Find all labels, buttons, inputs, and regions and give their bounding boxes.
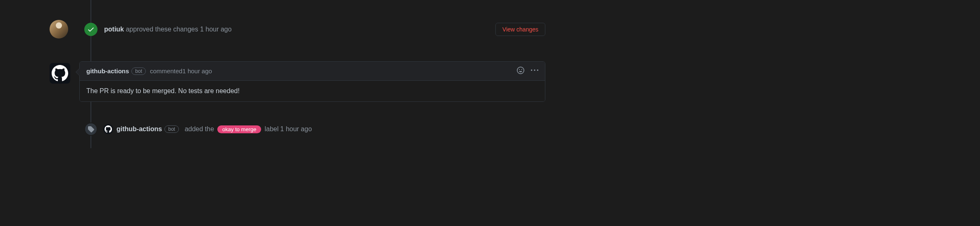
comment-body: The PR is ready to be merged. No tests a…	[80, 81, 545, 101]
label-pill[interactable]: okay to merge	[217, 125, 261, 133]
comment-arrow	[76, 68, 80, 76]
author-link[interactable]: github-actions	[86, 67, 129, 75]
comment-header: github-actions bot commented 1 hour ago	[80, 62, 545, 81]
bot-badge: bot	[164, 125, 179, 133]
approval-text: potiuk approved these changes 1 hour ago	[104, 26, 495, 33]
timestamp[interactable]: 1 hour ago	[280, 125, 312, 133]
user-avatar[interactable]	[50, 20, 68, 38]
review-approval-item: potiuk approved these changes 1 hour ago…	[50, 12, 545, 38]
check-icon	[84, 23, 98, 36]
timestamp[interactable]: 1 hour ago	[182, 67, 212, 75]
label-event-item: github-actions bot added the okay to mer…	[50, 123, 545, 136]
emoji-reaction-button[interactable]	[517, 67, 524, 75]
author-link[interactable]: potiuk	[104, 26, 124, 33]
tag-icon	[84, 123, 98, 136]
kebab-menu-button[interactable]	[531, 67, 538, 75]
comment-item: github-actions bot commented 1 hour ago …	[50, 61, 545, 102]
comment-box: github-actions bot commented 1 hour ago …	[79, 61, 545, 102]
bot-avatar-small[interactable]	[103, 124, 113, 134]
author-link[interactable]: github-actions	[117, 125, 162, 133]
bot-badge: bot	[131, 67, 146, 75]
view-changes-button[interactable]: View changes	[495, 23, 545, 36]
timestamp[interactable]: 1 hour ago	[200, 26, 232, 33]
bot-avatar[interactable]	[50, 63, 70, 84]
